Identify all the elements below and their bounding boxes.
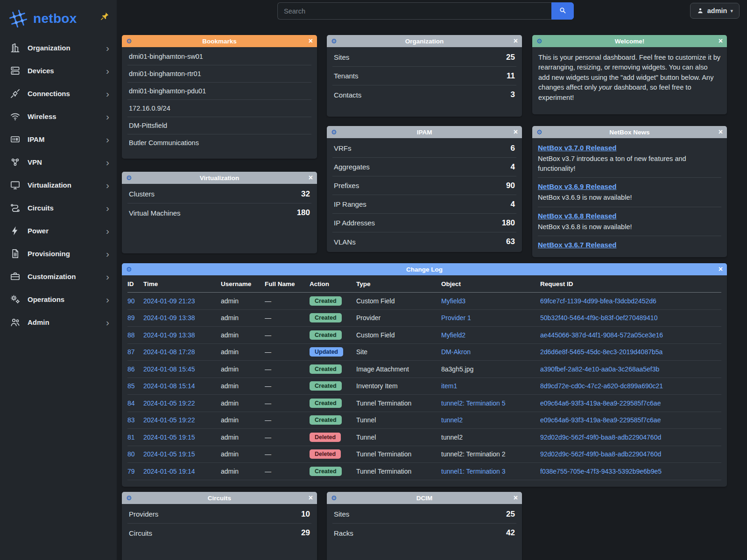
- column-header[interactable]: Action: [310, 280, 356, 287]
- change-object-link[interactable]: item1: [441, 382, 457, 390]
- news-headline-link[interactable]: NetBox v3.6.9 Released: [538, 182, 616, 190]
- sidebar-item[interactable]: Devices ›: [0, 59, 117, 82]
- stat-row[interactable]: Prefixes 90: [332, 176, 516, 195]
- sidebar-item[interactable]: Customization ›: [0, 265, 117, 288]
- widget-config-icon[interactable]: ⚙: [126, 495, 132, 501]
- request-id-link[interactable]: 69fce7cf-1139-4d99-bfea-f3dcbd2452d6: [540, 297, 721, 305]
- change-id-link[interactable]: 80: [127, 450, 143, 458]
- stat-row[interactable]: Aggregates 4: [332, 158, 516, 176]
- request-id-link[interactable]: 92d02d9c-562f-49f0-baa8-adb22904760d: [540, 434, 721, 441]
- sidebar-item[interactable]: Power ›: [0, 219, 117, 242]
- bookmark-link[interactable]: dmi01-binghamton-pdu01: [127, 83, 311, 100]
- sidebar-item[interactable]: Provisioning ›: [0, 242, 117, 265]
- widget-config-icon[interactable]: ⚙: [536, 129, 543, 135]
- change-object-link[interactable]: DM-Akron: [441, 348, 471, 356]
- widget-config-icon[interactable]: ⚙: [331, 495, 337, 501]
- stat-row[interactable]: Virtual Machines 180: [127, 203, 311, 222]
- widget-config-icon[interactable]: ⚙: [126, 38, 132, 44]
- change-time-link[interactable]: 2024-01-05 19:15: [143, 450, 221, 458]
- change-time-link[interactable]: 2024-01-08 15:14: [143, 382, 221, 390]
- column-header[interactable]: Time: [143, 280, 221, 287]
- news-headline-link[interactable]: NetBox v3.7.0 Released: [538, 144, 616, 152]
- change-object-link[interactable]: tunnel2: [441, 416, 463, 424]
- request-id-link[interactable]: ae445066-387d-44f1-9084-572a05ce3e16: [540, 331, 721, 339]
- bookmark-link[interactable]: 172.16.0.9/24: [127, 100, 311, 117]
- widget-close-icon[interactable]: ×: [719, 37, 723, 45]
- sidebar-item[interactable]: Operations ›: [0, 288, 117, 311]
- change-id-link[interactable]: 85: [127, 382, 143, 390]
- stat-row[interactable]: IP Ranges 4: [332, 195, 516, 214]
- widget-close-icon[interactable]: ×: [719, 128, 723, 136]
- sidebar-item[interactable]: Admin ›: [0, 311, 117, 334]
- change-object-link[interactable]: tunnel2: Termination 2: [441, 450, 506, 458]
- sidebar-item[interactable]: IPAM ›: [0, 128, 117, 151]
- change-id-link[interactable]: 90: [127, 297, 143, 305]
- stat-row[interactable]: Clusters 32: [127, 185, 311, 203]
- change-object-link[interactable]: Myfield2: [441, 331, 465, 339]
- netbox-logo-icon[interactable]: [7, 8, 29, 29]
- change-time-link[interactable]: 2024-01-05 19:22: [143, 399, 221, 407]
- request-id-link[interactable]: 50b32f40-5464-4f9c-b83f-0ef270489410: [540, 314, 721, 322]
- column-header[interactable]: Username: [221, 280, 265, 287]
- bookmark-link[interactable]: DM-Pittsfield: [127, 117, 311, 134]
- bookmark-link[interactable]: Butler Communications: [127, 134, 311, 151]
- sidebar-item[interactable]: Virtualization ›: [0, 174, 117, 196]
- widget-config-icon[interactable]: ⚙: [126, 266, 132, 273]
- stat-row[interactable]: VRFs 6: [332, 139, 516, 158]
- column-header[interactable]: Full Name: [265, 280, 310, 287]
- change-time-link[interactable]: 2024-01-05 19:15: [143, 434, 221, 441]
- change-object-link[interactable]: Myfield3: [441, 297, 465, 305]
- widget-close-icon[interactable]: ×: [514, 128, 518, 136]
- change-object-link[interactable]: Provider 1: [441, 314, 471, 322]
- change-time-link[interactable]: 2024-01-08 17:28: [143, 348, 221, 356]
- change-time-link[interactable]: 2024-01-05 19:14: [143, 468, 221, 475]
- change-time-link[interactable]: 2024-01-09 21:23: [143, 297, 221, 305]
- change-id-link[interactable]: 79: [127, 468, 143, 475]
- change-id-link[interactable]: 89: [127, 314, 143, 322]
- stat-row[interactable]: Sites 25: [332, 48, 516, 67]
- change-id-link[interactable]: 83: [127, 416, 143, 424]
- column-header[interactable]: Object: [441, 280, 540, 287]
- change-object-link[interactable]: tunnel1: Termination 3: [441, 468, 506, 475]
- change-time-link[interactable]: 2024-01-05 19:22: [143, 416, 221, 424]
- change-id-link[interactable]: 84: [127, 399, 143, 407]
- pin-icon[interactable]: [100, 12, 109, 23]
- sidebar-item[interactable]: Connections ›: [0, 82, 117, 105]
- change-object-link[interactable]: tunnel2: [441, 434, 463, 441]
- widget-config-icon[interactable]: ⚙: [126, 175, 132, 181]
- widget-config-icon[interactable]: ⚙: [536, 38, 543, 44]
- stat-row[interactable]: VLANs 63: [332, 232, 516, 251]
- change-id-link[interactable]: 88: [127, 331, 143, 339]
- sidebar-item[interactable]: Circuits ›: [0, 196, 117, 219]
- request-id-link[interactable]: 2d6d6e8f-5465-45dc-8ec3-2019d4087b5a: [540, 348, 721, 356]
- news-headline-link[interactable]: NetBox v3.6.8 Released: [538, 212, 616, 220]
- user-menu-button[interactable]: admin ▾: [690, 3, 740, 19]
- news-headline-link[interactable]: NetBox v3.6.7 Released: [538, 241, 616, 249]
- change-id-link[interactable]: 87: [127, 348, 143, 356]
- request-id-link[interactable]: e09c64a6-93f3-419a-8ea9-229585f7c6ae: [540, 399, 721, 407]
- widget-close-icon[interactable]: ×: [309, 37, 313, 45]
- column-header[interactable]: Request ID: [540, 280, 721, 287]
- search-button[interactable]: [551, 2, 574, 20]
- widget-config-icon[interactable]: ⚙: [331, 38, 337, 44]
- widget-close-icon[interactable]: ×: [719, 266, 723, 273]
- sidebar-item[interactable]: VPN ›: [0, 151, 117, 174]
- widget-close-icon[interactable]: ×: [514, 494, 518, 502]
- widget-close-icon[interactable]: ×: [309, 494, 313, 502]
- change-object-link[interactable]: tunnel2: Termination 5: [441, 399, 506, 407]
- stat-row[interactable]: Providers 10: [127, 505, 311, 524]
- request-id-link[interactable]: 8d9cd72e-cd0c-47c2-a620-dc899a690c21: [540, 382, 721, 390]
- request-id-link[interactable]: e09c64a6-93f3-419a-8ea9-229585f7c6ae: [540, 416, 721, 424]
- request-id-link[interactable]: 92d02d9c-562f-49f0-baa8-adb22904760d: [540, 450, 721, 458]
- request-id-link[interactable]: f038e755-705e-47f3-9433-5392b9e6b9e5: [540, 468, 721, 475]
- stat-row[interactable]: Racks 42: [332, 524, 516, 542]
- widget-close-icon[interactable]: ×: [514, 37, 518, 45]
- bookmark-link[interactable]: dmi01-binghamton-rtr01: [127, 65, 311, 83]
- request-id-link[interactable]: a390fbef-2a82-4e10-aa0a-3c268aa5ef3b: [540, 365, 721, 373]
- stat-row[interactable]: Circuits 29: [127, 524, 311, 542]
- stat-row[interactable]: Sites 25: [332, 505, 516, 524]
- change-id-link[interactable]: 86: [127, 365, 143, 373]
- widget-config-icon[interactable]: ⚙: [331, 129, 337, 135]
- stat-row[interactable]: Contacts 3: [332, 85, 516, 104]
- sidebar-item[interactable]: Wireless ›: [0, 105, 117, 128]
